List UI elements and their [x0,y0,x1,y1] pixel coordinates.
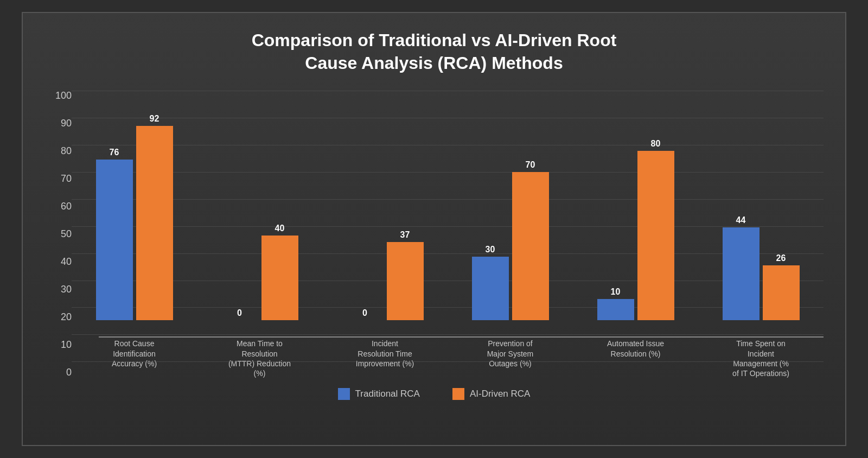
bar-value-traditional-mttr: 0 [237,308,242,318]
legend-ai: AI-Driven RCA [452,388,530,400]
bar-traditional-prevention [472,257,509,320]
y-axis-label: 90 [61,118,72,128]
y-axis-label: 50 [61,229,72,239]
bar-group-prevention: 3070 [448,160,573,320]
bar-traditional-root-cause [96,160,133,320]
bar-group-time-spent: 4426 [698,215,824,321]
y-axis-label: 30 [61,284,72,294]
bar-wrapper-traditional-prevention: 30 [472,245,509,320]
bar-value-ai-mttr: 40 [275,224,285,233]
y-axis-label: 80 [61,146,72,156]
grid-line [72,361,824,362]
bar-traditional-time-spent [723,227,760,321]
bar-value-ai-prevention: 70 [526,160,535,170]
bar-wrapper-ai-mttr: 40 [261,224,298,320]
legend-box-ai [452,388,464,400]
bar-group-root-cause: 7692 [72,114,197,321]
y-axis-label: 70 [61,174,72,183]
bar-wrapper-traditional-automated-issue: 10 [597,287,634,320]
legend-traditional: Traditional RCA [338,388,420,400]
bar-traditional-automated-issue [597,299,634,320]
y-axis-label: 0 [66,367,72,377]
y-axis-label: 60 [61,201,72,211]
chart-legend: Traditional RCA AI-Driven RCA [44,388,824,400]
chart-area: 0102030405060708090100 76920400373070108… [44,91,824,378]
bar-wrapper-traditional-time-spent: 44 [723,215,760,321]
title-line2: Cause Analysis (RCA) Methods [305,53,563,73]
bar-value-traditional-automated-issue: 10 [611,287,621,297]
bar-wrapper-ai-root-cause: 92 [136,114,173,321]
bar-value-traditional-time-spent: 44 [736,215,746,225]
bar-group-automated-issue: 1080 [573,139,698,320]
y-axis-label: 40 [61,257,72,266]
bar-value-ai-root-cause: 92 [150,114,159,124]
bar-value-traditional-root-cause: 76 [110,148,119,157]
bar-wrapper-traditional-root-cause: 76 [96,148,133,320]
bar-wrapper-ai-prevention: 70 [512,160,549,320]
bars-area: 7692040037307010804426 [72,91,824,336]
legend-box-traditional [338,388,350,400]
bar-wrapper-traditional-mttr: 0 [221,308,258,320]
chart-container: Comparison of Traditional vs AI-Driven R… [22,12,846,446]
bar-group-incident-resolution: 037 [322,230,448,320]
bar-value-ai-incident-resolution: 37 [400,230,410,240]
bar-ai-incident-resolution [387,242,424,320]
bar-ai-automated-issue [637,151,674,320]
bar-value-ai-automated-issue: 80 [651,139,661,149]
y-axis-label: 20 [61,312,72,322]
bar-ai-prevention [512,172,549,320]
bar-value-traditional-prevention: 30 [486,245,495,255]
y-axis: 0102030405060708090100 [44,91,72,378]
bar-ai-time-spent [763,265,800,320]
bar-group-mttr: 040 [197,224,322,320]
bar-wrapper-ai-time-spent: 26 [763,253,800,320]
title-line1: Comparison of Traditional vs AI-Driven R… [252,30,617,50]
chart-title: Comparison of Traditional vs AI-Driven R… [44,29,824,74]
bar-ai-root-cause [136,126,173,321]
legend-label-ai: AI-Driven RCA [470,389,530,399]
bar-wrapper-ai-incident-resolution: 37 [387,230,424,320]
bar-wrapper-traditional-incident-resolution: 0 [347,308,384,320]
bar-ai-mttr [261,236,298,320]
bar-wrapper-ai-automated-issue: 80 [637,139,674,320]
bar-value-ai-time-spent: 26 [776,253,786,263]
chart-plot: 7692040037307010804426 Root Cause Identi… [72,91,824,378]
bar-value-traditional-incident-resolution: 0 [362,308,367,318]
y-axis-label: 100 [55,91,72,100]
y-axis-label: 10 [61,340,72,349]
legend-label-traditional: Traditional RCA [355,389,420,399]
